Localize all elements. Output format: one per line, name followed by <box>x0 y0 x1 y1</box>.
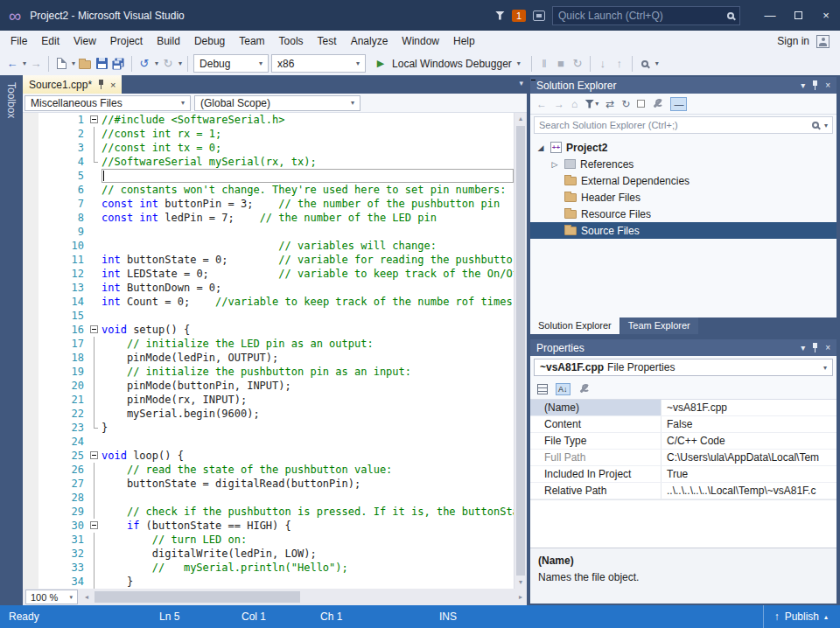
quick-launch-input[interactable] <box>558 10 727 22</box>
menu-item-build[interactable]: Build <box>150 31 187 52</box>
start-debugging-caret-icon[interactable]: ▾ <box>517 59 521 67</box>
member-scope-dropdown[interactable]: (Global Scope) ▾ <box>194 95 360 111</box>
user-account-icon[interactable] <box>816 35 830 48</box>
back-icon[interactable]: ← <box>536 98 547 110</box>
code-line-33[interactable]: 33 // mySerial.println("Hello"); <box>23 561 514 575</box>
minimize-button[interactable]: — <box>756 0 784 31</box>
quick-launch-box[interactable] <box>552 6 740 25</box>
property-pages-icon[interactable] <box>578 383 590 394</box>
menu-item-view[interactable]: View <box>66 31 103 52</box>
solutions-filter-icon[interactable]: ▾ <box>584 100 598 108</box>
code-line-22[interactable]: 22 mySerial.begin(9600); <box>23 407 514 421</box>
navigate-backward-caret-icon[interactable]: ▾ <box>23 59 26 67</box>
navigate-forward-icon[interactable]: → <box>29 55 43 73</box>
start-debugging-button[interactable]: ▶ Local Windows Debugger ▾ <box>368 54 526 73</box>
code-line-1[interactable]: 1//#include <SoftwareSerial.h> <box>23 113 514 127</box>
find-in-files-icon[interactable] <box>638 55 652 73</box>
close-tab-icon[interactable]: × <box>110 80 116 90</box>
code-line-24[interactable]: 24 <box>23 435 514 449</box>
property-row-content[interactable]: ContentFalse <box>530 416 836 433</box>
status-insert-mode[interactable]: INS <box>439 605 457 628</box>
code-line-7[interactable]: 7const int buttonPin = 3; // the number … <box>23 197 514 211</box>
tree-item-header-files[interactable]: Header Files <box>530 189 836 206</box>
code-line-8[interactable]: 8const int ledPin = 7; // the number of … <box>23 211 514 225</box>
feedback-icon[interactable] <box>533 10 545 21</box>
menu-item-team[interactable]: Team <box>232 31 271 52</box>
property-row-full-path[interactable]: Full PathC:\Users\ula\AppData\Local\Tem <box>530 450 836 466</box>
close-panel-icon[interactable]: × <box>825 80 830 90</box>
pin-tab-icon[interactable] <box>97 80 105 89</box>
document-list-icon[interactable]: ▾ <box>519 79 523 87</box>
search-options-icon[interactable]: ▾ <box>824 122 828 129</box>
code-line-23[interactable]: 23} <box>23 421 514 435</box>
menu-item-edit[interactable]: Edit <box>34 31 66 52</box>
code-line-15[interactable]: 15 <box>23 309 514 323</box>
configuration-dropdown[interactable]: Debug ▾ <box>193 54 269 73</box>
status-column[interactable]: Col 1 <box>242 605 266 628</box>
close-panel-icon[interactable]: × <box>825 343 830 352</box>
stop-icon[interactable]: ■ <box>554 55 568 73</box>
maximize-button[interactable] <box>784 0 812 31</box>
tree-item-references[interactable]: ▷References <box>530 156 836 172</box>
restart-icon[interactable]: ↻ <box>570 55 584 73</box>
tab-team-explorer[interactable]: Team Explorer <box>620 317 698 334</box>
menu-item-test[interactable]: Test <box>311 31 344 52</box>
status-line[interactable]: Ln 5 <box>159 605 179 628</box>
code-line-2[interactable]: 2//const int rx = 1; <box>23 127 514 141</box>
editor-vertical-scrollbar[interactable]: ▴ ▾ <box>514 113 527 589</box>
window-position-icon[interactable]: ▾ <box>801 343 805 352</box>
undo-caret-icon[interactable]: ▾ <box>155 59 158 67</box>
open-file-icon[interactable] <box>78 55 92 73</box>
tree-item-resource-files[interactable]: Resource Files <box>530 206 836 222</box>
categorized-view-icon[interactable] <box>537 384 548 394</box>
code-line-18[interactable]: 18 pinMode(ledPin, OUTPUT); <box>23 351 514 365</box>
code-line-34[interactable]: 34 } <box>23 575 514 589</box>
scroll-down-icon[interactable]: ▾ <box>514 576 527 589</box>
alphabetical-view-icon[interactable]: A↓ <box>556 383 570 395</box>
forward-icon[interactable]: → <box>554 98 564 110</box>
code-line-28[interactable]: 28 <box>23 491 514 505</box>
horizontal-scrollbar-thumb[interactable] <box>94 591 300 603</box>
undo-icon[interactable]: ↺ <box>137 55 151 73</box>
sync-with-active-document-icon[interactable]: ⇄ <box>606 98 614 110</box>
property-row-file-type[interactable]: File TypeC/C++ Code <box>530 433 836 450</box>
pause-icon[interactable]: ‖ <box>537 55 551 73</box>
code-editor[interactable]: 1//#include <SoftwareSerial.h>2//const i… <box>23 113 527 589</box>
code-line-11[interactable]: 11int buttonState = 0; // variable for r… <box>23 253 514 267</box>
editor-horizontal-scrollbar[interactable]: ◂ ▸ <box>80 589 527 605</box>
code-line-9[interactable]: 9 <box>23 225 514 239</box>
menu-item-tools[interactable]: Tools <box>272 31 311 52</box>
code-line-27[interactable]: 27 buttonState = digitalRead(buttonPin); <box>23 477 514 491</box>
refresh-icon[interactable]: ↻ <box>621 98 630 110</box>
fold-collapse-icon[interactable] <box>88 323 102 337</box>
step-into-icon[interactable]: ↓ <box>596 55 610 73</box>
vertical-scrollbar-thumb[interactable] <box>516 126 525 576</box>
fold-collapse-icon[interactable] <box>88 449 102 463</box>
code-line-12[interactable]: 12int LEDState = 0; // variable to keep … <box>23 267 514 281</box>
toolbox-autohide-tab[interactable]: Toolbox <box>0 75 23 605</box>
code-line-25[interactable]: 25void loop() { <box>23 449 514 463</box>
navigate-backward-icon[interactable]: ← <box>5 55 19 73</box>
save-all-icon[interactable] <box>111 55 126 73</box>
toolbar-options-icon[interactable]: ▾ <box>655 59 659 67</box>
code-line-17[interactable]: 17 // initialize the LED pin as an outpu… <box>23 337 514 351</box>
auto-hide-pin-icon[interactable] <box>811 80 819 90</box>
code-line-16[interactable]: 16void setup() { <box>23 323 514 337</box>
save-icon[interactable] <box>94 55 108 73</box>
tree-item-source-files[interactable]: Source Files <box>530 222 836 239</box>
zoom-dropdown[interactable]: 100 % ▾ <box>25 590 78 604</box>
scroll-left-icon[interactable]: ◂ <box>80 589 93 605</box>
tree-expanded-icon[interactable]: ◢ <box>536 143 546 152</box>
code-line-19[interactable]: 19 // initialize the pushbutton pin as a… <box>23 365 514 379</box>
sign-in-link[interactable]: Sign in <box>777 35 809 47</box>
tree-item-project2[interactable]: ◢++Project2 <box>530 139 836 156</box>
notifications-filter-icon[interactable] <box>495 11 505 20</box>
publish-button[interactable]: ↑ Publish ▴ <box>763 605 828 628</box>
code-line-13[interactable]: 13int ButtonDown = 0; <box>23 281 514 295</box>
solution-search-box[interactable]: ▾ <box>534 116 833 134</box>
properties-header[interactable]: Properties ▾ × <box>530 339 836 356</box>
scroll-right-icon[interactable]: ▸ <box>514 589 527 605</box>
new-file-caret-icon[interactable]: ▾ <box>72 59 75 67</box>
code-line-31[interactable]: 31 // turn LED on: <box>23 533 514 547</box>
tree-item-external-dependencies[interactable]: External Dependencies <box>530 172 836 189</box>
